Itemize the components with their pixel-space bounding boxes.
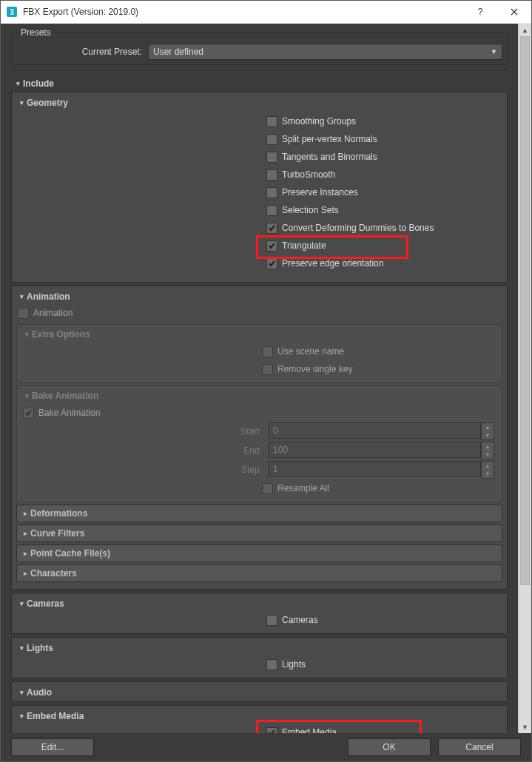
resample-all-checkbox[interactable] — [262, 483, 273, 494]
current-preset-value: User defined — [153, 47, 203, 57]
bake-end-spinner[interactable]: ▲▼ — [481, 442, 494, 459]
vertical-scrollbar[interactable]: ▲ ▼ — [518, 24, 531, 733]
animation-header[interactable]: Animation — [16, 289, 502, 304]
preserve-instances-row: Preserve Instances — [16, 183, 502, 201]
embed-media-section: Embed Media Embed Media — [11, 705, 508, 733]
bake-animation-header[interactable]: Bake Animation — [21, 391, 497, 401]
scroll-up-arrow-icon[interactable]: ▲ — [519, 24, 531, 36]
bake-end-label: End: — [21, 445, 268, 456]
smoothing-groups-row: Smoothing Groups — [16, 112, 502, 130]
turbosmooth-row: TurboSmooth — [16, 166, 502, 183]
turbosmooth-checkbox[interactable] — [266, 169, 277, 181]
audio-header[interactable]: Audio — [16, 685, 502, 700]
animation-toggle-row: Animation — [16, 304, 502, 322]
extra-options-header[interactable]: Extra Options — [21, 329, 497, 340]
cameras-section: Cameras Cameras — [11, 593, 508, 634]
animation-section: Animation Animation Extra Options Use sc… — [11, 286, 508, 590]
tangents-row: Tangents and Binormals — [16, 148, 502, 166]
cameras-checkbox[interactable] — [266, 615, 277, 626]
smoothing-groups-checkbox[interactable] — [266, 116, 277, 127]
app-icon: 3 — [5, 5, 18, 18]
split-normals-checkbox[interactable] — [266, 134, 277, 145]
bake-animation-subsection: Bake Animation Bake Animation Start:0▲▼ … — [16, 385, 502, 502]
convert-dummies-row: Convert Deforming Dummies to Bones — [16, 219, 502, 237]
lights-header[interactable]: Lights — [16, 641, 502, 655]
help-button[interactable]: ? — [463, 1, 497, 23]
remove-single-key-checkbox[interactable] — [262, 364, 273, 375]
bake-step-label: Step: — [21, 465, 268, 475]
bake-end-input[interactable]: 100 — [268, 442, 481, 458]
geometry-header[interactable]: Geometry — [16, 95, 502, 110]
tangents-checkbox[interactable] — [266, 152, 277, 163]
chevron-down-icon: ▼ — [491, 48, 497, 55]
fbx-export-dialog: 3 FBX Export (Version: 2019.0) ? Presets… — [0, 0, 532, 762]
geometry-section: Geometry Smoothing Groups Split per-vert… — [11, 92, 508, 283]
edit-button[interactable]: Edit... — [11, 738, 94, 756]
bake-start-label: Start: — [21, 426, 268, 436]
bake-animation-checkbox[interactable] — [23, 408, 34, 419]
dialog-content: Presets Current Preset: User defined ▼ I… — [1, 24, 518, 733]
extra-options-subsection: Extra Options Use scene name Remove sing… — [16, 324, 502, 383]
close-button[interactable] — [497, 1, 531, 23]
cancel-button[interactable]: Cancel — [438, 738, 521, 756]
scroll-thumb[interactable] — [520, 36, 530, 585]
scroll-down-arrow-icon[interactable]: ▼ — [519, 721, 531, 733]
triangulate-row: Triangulate — [16, 237, 502, 254]
ok-button[interactable]: OK — [348, 738, 431, 756]
window-title: FBX Export (Version: 2019.0) — [23, 7, 463, 17]
use-scene-name-checkbox[interactable] — [262, 346, 273, 357]
bake-step-input[interactable]: 1 — [268, 461, 481, 477]
include-header[interactable]: Include — [11, 75, 508, 92]
split-normals-row: Split per-vertex Normals — [16, 130, 502, 148]
bake-step-spinner[interactable]: ▲▼ — [481, 461, 494, 479]
current-preset-label: Current Preset: — [16, 47, 148, 57]
point-cache-header[interactable]: Point Cache File(s) — [16, 544, 502, 562]
selection-sets-row: Selection Sets — [16, 201, 502, 219]
current-preset-select[interactable]: User defined ▼ — [148, 44, 502, 60]
cameras-header[interactable]: Cameras — [16, 596, 502, 611]
dialog-footer: Edit... OK Cancel — [1, 733, 531, 761]
preserve-instances-checkbox[interactable] — [266, 187, 277, 198]
presets-legend: Presets — [18, 27, 54, 38]
embed-media-checkbox[interactable] — [266, 727, 277, 734]
characters-header[interactable]: Characters — [16, 564, 502, 582]
audio-section: Audio — [11, 681, 508, 702]
embed-media-header[interactable]: Embed Media — [16, 709, 502, 724]
lights-section: Lights Lights — [11, 637, 508, 678]
lights-checkbox[interactable] — [266, 659, 277, 670]
deformations-header[interactable]: Deformations — [16, 505, 502, 522]
preserve-edge-row: Preserve edge orientation — [16, 254, 502, 272]
convert-dummies-checkbox[interactable] — [266, 223, 277, 234]
animation-checkbox[interactable] — [18, 308, 29, 319]
titlebar: 3 FBX Export (Version: 2019.0) ? — [1, 1, 531, 24]
curve-filters-header[interactable]: Curve Filters — [16, 525, 502, 542]
triangulate-checkbox[interactable] — [266, 240, 277, 252]
bake-start-spinner[interactable]: ▲▼ — [481, 422, 494, 440]
preserve-edge-checkbox[interactable] — [266, 258, 277, 269]
svg-text:3: 3 — [10, 8, 14, 16]
presets-group: Presets Current Preset: User defined ▼ — [11, 33, 508, 65]
bake-start-input[interactable]: 0 — [268, 422, 481, 439]
selection-sets-checkbox[interactable] — [266, 205, 277, 216]
